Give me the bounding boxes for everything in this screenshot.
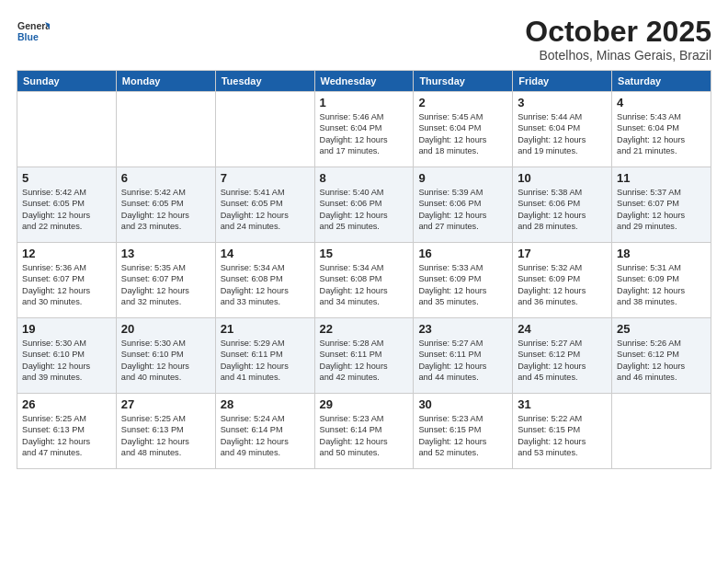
table-row: 3Sunrise: 5:44 AMSunset: 6:04 PMDaylight… xyxy=(513,92,612,167)
day-info: Sunrise: 5:43 AMSunset: 6:04 PMDaylight:… xyxy=(617,111,706,157)
day-info: Sunrise: 5:22 AMSunset: 6:15 PMDaylight:… xyxy=(518,413,607,459)
calendar-week-row: 19Sunrise: 5:30 AMSunset: 6:10 PMDayligh… xyxy=(17,318,711,394)
table-row xyxy=(116,92,215,167)
day-info: Sunrise: 5:34 AMSunset: 6:08 PMDaylight:… xyxy=(221,262,310,308)
day-number: 16 xyxy=(418,247,507,260)
table-row: 31Sunrise: 5:22 AMSunset: 6:15 PMDayligh… xyxy=(513,394,612,469)
col-sunday: Sunday xyxy=(17,71,117,92)
day-info: Sunrise: 5:23 AMSunset: 6:14 PMDaylight:… xyxy=(320,413,409,459)
day-info: Sunrise: 5:31 AMSunset: 6:09 PMDaylight:… xyxy=(617,262,706,308)
col-monday: Monday xyxy=(116,71,215,92)
logo: General Blue xyxy=(17,17,50,50)
day-info: Sunrise: 5:27 AMSunset: 6:12 PMDaylight:… xyxy=(518,338,607,384)
day-number: 15 xyxy=(320,247,409,260)
day-info: Sunrise: 5:29 AMSunset: 6:11 PMDaylight:… xyxy=(221,338,310,384)
col-saturday: Saturday xyxy=(612,71,711,92)
col-wednesday: Wednesday xyxy=(314,71,414,92)
day-info: Sunrise: 5:35 AMSunset: 6:07 PMDaylight:… xyxy=(121,262,210,308)
day-info: Sunrise: 5:33 AMSunset: 6:09 PMDaylight:… xyxy=(418,262,507,308)
day-info: Sunrise: 5:42 AMSunset: 6:05 PMDaylight:… xyxy=(121,187,210,233)
day-info: Sunrise: 5:39 AMSunset: 6:06 PMDaylight:… xyxy=(418,187,507,233)
calendar-table: Sunday Monday Tuesday Wednesday Thursday… xyxy=(17,70,711,469)
day-info: Sunrise: 5:25 AMSunset: 6:13 PMDaylight:… xyxy=(121,413,210,459)
day-number: 3 xyxy=(518,96,607,109)
day-number: 20 xyxy=(121,322,210,336)
table-row: 5Sunrise: 5:42 AMSunset: 6:05 PMDaylight… xyxy=(17,167,117,243)
day-info: Sunrise: 5:23 AMSunset: 6:15 PMDaylight:… xyxy=(418,413,507,459)
day-info: Sunrise: 5:37 AMSunset: 6:07 PMDaylight:… xyxy=(617,187,706,233)
day-number: 22 xyxy=(320,322,409,336)
day-info: Sunrise: 5:36 AMSunset: 6:07 PMDaylight:… xyxy=(22,262,111,308)
table-row: 26Sunrise: 5:25 AMSunset: 6:13 PMDayligh… xyxy=(17,394,117,469)
day-info: Sunrise: 5:42 AMSunset: 6:05 PMDaylight:… xyxy=(22,187,111,233)
table-row: 17Sunrise: 5:32 AMSunset: 6:09 PMDayligh… xyxy=(513,243,612,318)
table-row: 21Sunrise: 5:29 AMSunset: 6:11 PMDayligh… xyxy=(215,318,314,394)
day-number: 28 xyxy=(221,397,310,411)
day-number: 19 xyxy=(22,322,111,336)
day-number: 18 xyxy=(617,247,706,260)
table-row: 20Sunrise: 5:30 AMSunset: 6:10 PMDayligh… xyxy=(116,318,215,394)
table-row: 30Sunrise: 5:23 AMSunset: 6:15 PMDayligh… xyxy=(414,394,513,469)
day-number: 8 xyxy=(320,171,409,185)
day-info: Sunrise: 5:30 AMSunset: 6:10 PMDaylight:… xyxy=(121,338,210,384)
col-friday: Friday xyxy=(513,71,612,92)
day-number: 7 xyxy=(221,171,310,185)
table-row: 18Sunrise: 5:31 AMSunset: 6:09 PMDayligh… xyxy=(612,243,711,318)
day-info: Sunrise: 5:45 AMSunset: 6:04 PMDaylight:… xyxy=(418,111,507,157)
day-info: Sunrise: 5:32 AMSunset: 6:09 PMDaylight:… xyxy=(518,262,607,308)
day-number: 30 xyxy=(418,397,507,411)
table-row xyxy=(215,92,314,167)
calendar-week-row: 12Sunrise: 5:36 AMSunset: 6:07 PMDayligh… xyxy=(17,243,711,318)
day-info: Sunrise: 5:30 AMSunset: 6:10 PMDaylight:… xyxy=(22,338,111,384)
day-number: 12 xyxy=(22,247,111,260)
day-number: 6 xyxy=(121,171,210,185)
day-info: Sunrise: 5:34 AMSunset: 6:08 PMDaylight:… xyxy=(320,262,409,308)
svg-text:General: General xyxy=(17,20,50,31)
table-row: 2Sunrise: 5:45 AMSunset: 6:04 PMDaylight… xyxy=(414,92,513,167)
table-row: 23Sunrise: 5:27 AMSunset: 6:11 PMDayligh… xyxy=(414,318,513,394)
table-row: 13Sunrise: 5:35 AMSunset: 6:07 PMDayligh… xyxy=(116,243,215,318)
day-info: Sunrise: 5:24 AMSunset: 6:14 PMDaylight:… xyxy=(221,413,310,459)
day-number: 11 xyxy=(617,171,706,185)
calendar-week-row: 5Sunrise: 5:42 AMSunset: 6:05 PMDaylight… xyxy=(17,167,711,243)
day-number: 31 xyxy=(518,397,607,411)
table-row: 27Sunrise: 5:25 AMSunset: 6:13 PMDayligh… xyxy=(116,394,215,469)
calendar-header-row: Sunday Monday Tuesday Wednesday Thursday… xyxy=(17,71,711,92)
day-number: 13 xyxy=(121,247,210,260)
day-number: 29 xyxy=(320,397,409,411)
table-row: 8Sunrise: 5:40 AMSunset: 6:06 PMDaylight… xyxy=(314,167,414,243)
calendar-week-row: 26Sunrise: 5:25 AMSunset: 6:13 PMDayligh… xyxy=(17,394,711,469)
table-row: 1Sunrise: 5:46 AMSunset: 6:04 PMDaylight… xyxy=(314,92,414,167)
day-info: Sunrise: 5:44 AMSunset: 6:04 PMDaylight:… xyxy=(518,111,607,157)
table-row: 15Sunrise: 5:34 AMSunset: 6:08 PMDayligh… xyxy=(314,243,414,318)
day-info: Sunrise: 5:25 AMSunset: 6:13 PMDaylight:… xyxy=(22,413,111,459)
day-number: 26 xyxy=(22,397,111,411)
calendar-week-row: 1Sunrise: 5:46 AMSunset: 6:04 PMDaylight… xyxy=(17,92,711,167)
day-number: 27 xyxy=(121,397,210,411)
table-row xyxy=(612,394,711,469)
table-row: 14Sunrise: 5:34 AMSunset: 6:08 PMDayligh… xyxy=(215,243,314,318)
day-info: Sunrise: 5:46 AMSunset: 6:04 PMDaylight:… xyxy=(320,111,409,157)
day-info: Sunrise: 5:28 AMSunset: 6:11 PMDaylight:… xyxy=(320,338,409,384)
location-subtitle: Botelhos, Minas Gerais, Brazil xyxy=(525,48,711,63)
day-info: Sunrise: 5:40 AMSunset: 6:06 PMDaylight:… xyxy=(320,187,409,233)
table-row: 16Sunrise: 5:33 AMSunset: 6:09 PMDayligh… xyxy=(414,243,513,318)
day-number: 17 xyxy=(518,247,607,260)
day-number: 24 xyxy=(518,322,607,336)
table-row: 19Sunrise: 5:30 AMSunset: 6:10 PMDayligh… xyxy=(17,318,117,394)
day-number: 23 xyxy=(418,322,507,336)
month-title: October 2025 xyxy=(525,17,711,46)
day-number: 21 xyxy=(221,322,310,336)
table-row: 28Sunrise: 5:24 AMSunset: 6:14 PMDayligh… xyxy=(215,394,314,469)
table-row: 24Sunrise: 5:27 AMSunset: 6:12 PMDayligh… xyxy=(513,318,612,394)
day-number: 5 xyxy=(22,171,111,185)
table-row: 7Sunrise: 5:41 AMSunset: 6:05 PMDaylight… xyxy=(215,167,314,243)
day-info: Sunrise: 5:38 AMSunset: 6:06 PMDaylight:… xyxy=(518,187,607,233)
table-row: 6Sunrise: 5:42 AMSunset: 6:05 PMDaylight… xyxy=(116,167,215,243)
day-number: 25 xyxy=(617,322,706,336)
table-row: 4Sunrise: 5:43 AMSunset: 6:04 PMDaylight… xyxy=(612,92,711,167)
day-number: 9 xyxy=(418,171,507,185)
svg-text:Blue: Blue xyxy=(17,31,39,42)
table-row: 29Sunrise: 5:23 AMSunset: 6:14 PMDayligh… xyxy=(314,394,414,469)
table-row: 11Sunrise: 5:37 AMSunset: 6:07 PMDayligh… xyxy=(612,167,711,243)
